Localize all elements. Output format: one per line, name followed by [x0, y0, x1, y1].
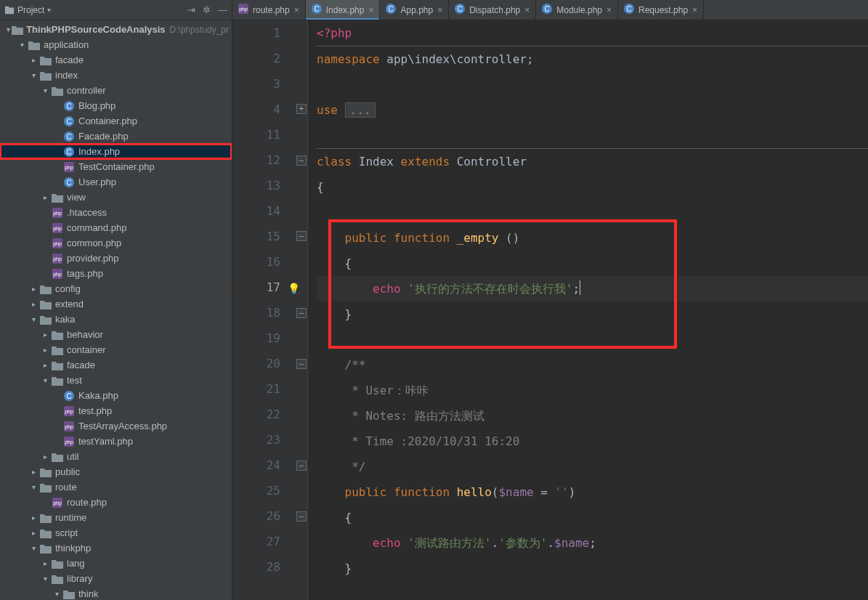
- tree-item-application[interactable]: ▾application: [0, 37, 232, 52]
- chevron-down-icon[interactable]: ▾: [39, 86, 51, 94]
- chevron-right-icon[interactable]: ▸: [39, 559, 51, 567]
- tree-item-testarrayaccess-php[interactable]: •phpTestArrayAccess.php: [0, 418, 232, 434]
- chevron-down-icon[interactable]: ▾: [4, 25, 12, 33]
- chevron-right-icon[interactable]: ▸: [28, 300, 39, 308]
- tree-item-lang[interactable]: ▸lang: [0, 556, 232, 571]
- tree-item-public[interactable]: ▸public: [0, 464, 232, 479]
- chevron-down-icon[interactable]: ▾: [16, 41, 28, 49]
- tree-item-label: extend: [55, 299, 84, 309]
- chevron-right-icon[interactable]: ▸: [39, 331, 51, 338]
- close-icon[interactable]: ×: [368, 5, 373, 15]
- chevron-down-icon[interactable]: ▾: [39, 575, 51, 583]
- dropdown-icon[interactable]: ▾: [47, 6, 51, 14]
- tab-app-php[interactable]: CApp.php×: [380, 0, 449, 20]
- gear-icon[interactable]: ✲: [203, 4, 211, 15]
- tree-item-testcontainer-php[interactable]: •phpTestContainer.php: [0, 159, 232, 174]
- tab-request-php[interactable]: CRequest.php×: [618, 0, 704, 20]
- close-icon[interactable]: ×: [437, 5, 442, 15]
- tree-item-util[interactable]: ▸util: [0, 449, 232, 464]
- tree-item-label: think: [78, 588, 98, 599]
- tree-item-index-php[interactable]: •CIndex.php: [0, 144, 232, 159]
- tree-item-thinkphpsourcecodeanalysis[interactable]: ▾ThinkPHPSourceCodeAnalysisD:\phpstudy_p…: [0, 22, 232, 37]
- intention-bulb-icon[interactable]: 💡: [288, 276, 300, 301]
- tree-item-extend[interactable]: ▸extend: [0, 296, 232, 312]
- file-tree[interactable]: ▾ThinkPHPSourceCodeAnalysisD:\phpstudy_p…: [0, 20, 232, 600]
- tree-item-container-php[interactable]: •CContainer.php: [0, 113, 232, 129]
- folder-icon: [39, 467, 52, 477]
- collapsed-use[interactable]: ...: [345, 102, 376, 118]
- tree-item-command-php[interactable]: •phpcommand.php: [0, 220, 232, 235]
- fold-minus-icon[interactable]: –: [296, 231, 307, 241]
- tab-index-php[interactable]: CIndex.php×: [306, 0, 381, 20]
- close-icon[interactable]: ×: [294, 5, 299, 15]
- file-icon: C: [455, 4, 465, 16]
- tree-item-common-php[interactable]: •phpcommon.php: [0, 235, 232, 251]
- tree-item-label: lang: [67, 558, 85, 569]
- chevron-right-icon[interactable]: ▸: [28, 514, 39, 522]
- tree-item-kaka[interactable]: ▾kaka: [0, 312, 232, 327]
- tree-item-config[interactable]: ▸config: [0, 281, 232, 296]
- close-icon[interactable]: ×: [607, 5, 612, 15]
- chevron-right-icon[interactable]: ▸: [39, 453, 51, 461]
- tree-item-testyaml-php[interactable]: •phptestYaml.php: [0, 434, 232, 449]
- tree-item-test[interactable]: ▾test: [0, 373, 232, 388]
- fold-minus-icon[interactable]: –: [296, 155, 307, 166]
- chevron-right-icon[interactable]: ▸: [28, 56, 39, 64]
- tree-item-label: config: [55, 283, 81, 294]
- tree-item-script[interactable]: ▸script: [0, 525, 232, 540]
- tab-route-php[interactable]: phproute.php×: [232, 0, 306, 20]
- fold-minus-icon[interactable]: –: [296, 359, 307, 369]
- hide-icon[interactable]: —: [218, 4, 227, 15]
- tab-module-php[interactable]: CModule.php×: [536, 0, 618, 20]
- tree-item-behavior[interactable]: ▸behavior: [0, 327, 232, 342]
- tree-item-think[interactable]: ▾think: [0, 586, 232, 600]
- code-area[interactable]: <?php namespace app\index\controller; us…: [308, 20, 868, 600]
- chevron-down-icon[interactable]: ▾: [28, 315, 39, 323]
- tree-item-thinkphp[interactable]: ▾thinkphp: [0, 540, 232, 556]
- tree-item-label: TestArrayAccess.php: [78, 421, 167, 431]
- folder-icon: [39, 315, 52, 325]
- tree-item-provider-php[interactable]: •phpprovider.php: [0, 251, 232, 266]
- fold-minus-icon[interactable]: –: [296, 461, 307, 471]
- tree-item-container[interactable]: ▸container: [0, 342, 232, 357]
- fold-minus-icon[interactable]: –: [296, 511, 307, 522]
- tree-item-test-php[interactable]: •phptest.php: [0, 403, 232, 418]
- chevron-down-icon[interactable]: ▾: [28, 71, 39, 79]
- tree-item-route-php[interactable]: •phproute.php: [0, 495, 232, 510]
- chevron-right-icon[interactable]: ▸: [28, 285, 39, 293]
- chevron-down-icon[interactable]: ▾: [28, 483, 39, 491]
- tree-item-facade[interactable]: ▸facade: [0, 357, 232, 373]
- tree-item-facade[interactable]: ▸facade: [0, 52, 232, 68]
- tree-item-view[interactable]: ▸view: [0, 190, 232, 205]
- chevron-down-icon[interactable]: ▾: [39, 376, 51, 384]
- chevron-down-icon[interactable]: ▾: [28, 544, 39, 552]
- chevron-right-icon[interactable]: ▸: [28, 468, 39, 476]
- tab-label: Module.php: [556, 5, 602, 15]
- tree-item-user-php[interactable]: •CUser.php: [0, 174, 232, 190]
- collapse-icon[interactable]: ⇥: [187, 4, 195, 15]
- chevron-right-icon[interactable]: ▸: [28, 529, 39, 537]
- tab-dispatch-php[interactable]: CDispatch.php×: [449, 0, 536, 20]
- chevron-right-icon[interactable]: ▸: [39, 346, 51, 354]
- tree-item-tags-php[interactable]: •phptags.php: [0, 266, 232, 281]
- tree-item-index[interactable]: ▾index: [0, 68, 232, 83]
- tree-item-controller[interactable]: ▾controller: [0, 83, 232, 98]
- line-number: 4: [232, 97, 280, 122]
- chevron-down-icon[interactable]: ▾: [51, 590, 62, 598]
- editor-body[interactable]: 1234111213141516171819202122232425262728…: [232, 20, 868, 600]
- close-icon[interactable]: ×: [524, 5, 530, 15]
- tree-item-kaka-php[interactable]: •CKaka.php: [0, 388, 232, 403]
- chevron-right-icon[interactable]: ▸: [39, 361, 51, 369]
- close-icon[interactable]: ×: [692, 5, 697, 15]
- tree-item--htaccess[interactable]: •php.htaccess: [0, 205, 232, 220]
- tree-item-library[interactable]: ▾library: [0, 571, 232, 586]
- chevron-right-icon: •: [51, 178, 62, 186]
- chevron-right-icon[interactable]: ▸: [39, 193, 51, 201]
- fold-plus-icon[interactable]: +: [296, 104, 307, 114]
- fold-minus-icon[interactable]: –: [296, 308, 307, 318]
- svg-text:C: C: [66, 392, 71, 400]
- tree-item-route[interactable]: ▾route: [0, 479, 232, 495]
- tree-item-facade-php[interactable]: •CFacade.php: [0, 129, 232, 144]
- tree-item-runtime[interactable]: ▸runtime: [0, 510, 232, 525]
- tree-item-blog-php[interactable]: •CBlog.php: [0, 98, 232, 113]
